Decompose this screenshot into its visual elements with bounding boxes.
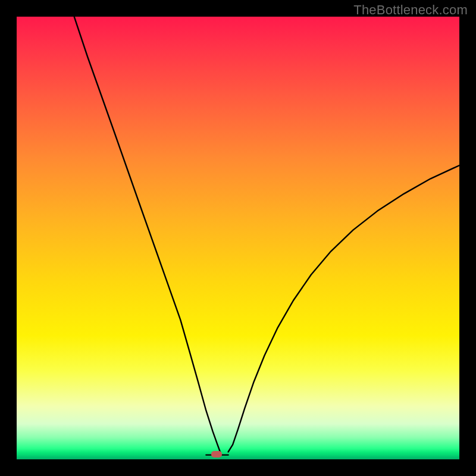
watermark-text: TheBottleneck.com	[353, 2, 468, 18]
optimal-marker	[211, 451, 222, 458]
curve-right-branch	[228, 165, 459, 452]
chart-frame: TheBottleneck.com	[0, 0, 476, 476]
curve-left-branch	[74, 17, 221, 452]
plot-area	[17, 17, 459, 459]
bottleneck-curve	[17, 17, 459, 459]
